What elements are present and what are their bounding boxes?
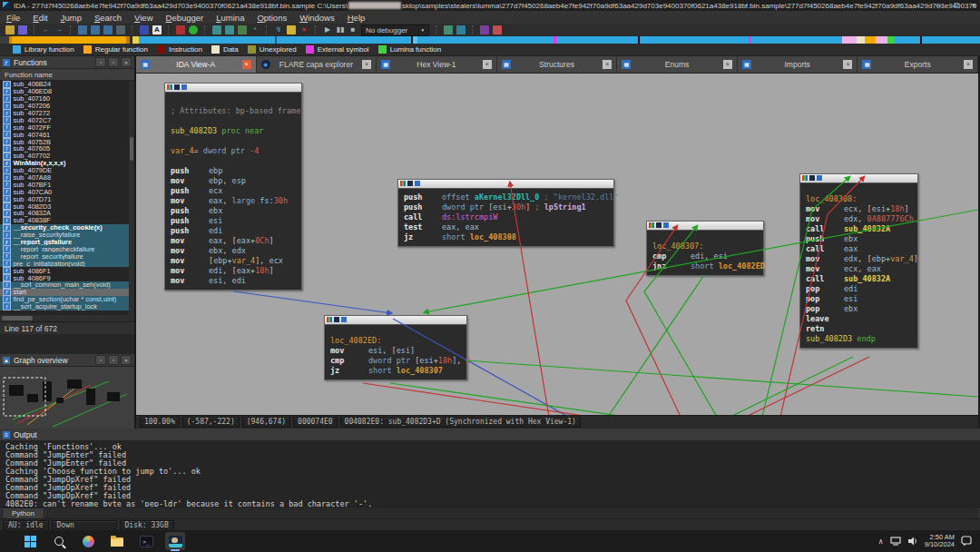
function-row[interactable]: fsub_407A88: [0, 174, 134, 182]
function-row[interactable]: fsub_407BF1: [0, 181, 134, 188]
volume-icon[interactable]: [907, 537, 918, 546]
function-row[interactable]: f__security_check_cookie(x): [0, 224, 134, 232]
output-log[interactable]: Caching 'Functions'... okCommand "JumpEn…: [0, 441, 980, 509]
function-row[interactable]: fstart: [0, 289, 134, 296]
debug-stop-icon[interactable]: ■: [348, 25, 358, 34]
debug-pause-icon[interactable]: ▮▮: [336, 25, 345, 34]
function-row[interactable]: fsub_407206: [0, 103, 134, 110]
panel-float-icon[interactable]: ▫: [108, 355, 119, 365]
debugger-select[interactable]: No debugger ▼: [361, 25, 429, 36]
function-row[interactable]: fsub_407CA0: [0, 188, 134, 195]
ida-taskbar-button[interactable]: [165, 532, 185, 550]
function-row[interactable]: fsub_407461: [0, 131, 134, 138]
function-row[interactable]: fsub_407D71: [0, 195, 134, 202]
tray-chevron-icon[interactable]: ∧: [878, 537, 884, 546]
python-cli-input[interactable]: [47, 508, 977, 519]
panel-splitter[interactable]: [0, 334, 134, 354]
function-row[interactable]: fsub_406B24: [0, 81, 134, 88]
network-icon[interactable]: [890, 537, 901, 546]
graph-view-canvas[interactable]: ; Attributes: bp-based frame sub_4082D3 …: [136, 74, 978, 415]
function-row[interactable]: fsub_407272: [0, 110, 134, 117]
maximize-button[interactable]: □: [954, 1, 958, 10]
panel-float-icon[interactable]: ▫: [108, 57, 119, 67]
tab-close-icon[interactable]: ×: [843, 60, 852, 69]
tab-close-icon[interactable]: ×: [362, 60, 371, 69]
tab-structures[interactable]: ▦Structures×: [497, 56, 618, 73]
function-row[interactable]: fsub_406ED8: [0, 88, 134, 95]
copilot-button[interactable]: [78, 532, 98, 550]
graph-node-loc-408307[interactable]: loc_408307:cmpedi, esijnzshort loc_4082E…: [646, 221, 764, 276]
function-row[interactable]: fsub_4086F9: [0, 274, 134, 281]
function-row[interactable]: fsub_4072FF: [0, 123, 134, 131]
open-file-icon[interactable]: [5, 25, 15, 34]
tab-close-icon[interactable]: ×: [242, 60, 251, 69]
jump-segment-icon[interactable]: [103, 25, 113, 34]
script-icon[interactable]: [225, 25, 234, 34]
function-row[interactable]: fsub_40838F: [0, 217, 134, 224]
notification-icon[interactable]: [961, 536, 973, 547]
menu-lumina[interactable]: Lumina: [210, 13, 250, 23]
debug-start-icon[interactable]: ▶: [323, 25, 332, 34]
close-button[interactable]: ×: [972, 1, 976, 10]
lumina-push-icon[interactable]: *: [250, 25, 260, 34]
text-search-icon[interactable]: A: [152, 25, 162, 34]
analysis-icon[interactable]: [238, 25, 247, 34]
function-row[interactable]: fsub_407605: [0, 145, 134, 153]
tab-enums[interactable]: ▦Enums×: [617, 56, 738, 73]
graph-node-loc-4082ed[interactable]: loc_4082ED:movesi, [esi]cmpdword ptr [es…: [324, 315, 467, 380]
decompile-icon[interactable]: ↯: [274, 25, 283, 34]
node-title-bar[interactable]: [325, 316, 466, 325]
menu-file[interactable]: File: [0, 13, 26, 23]
function-row[interactable]: fpre_c_initialization(void): [0, 260, 134, 267]
panel-restore-icon[interactable]: ▫: [95, 57, 106, 67]
function-row[interactable]: fsub_40832A: [0, 210, 134, 217]
save-icon[interactable]: [18, 25, 27, 34]
function-row[interactable]: fsub_4079DE: [0, 167, 134, 174]
taskbar-clock[interactable]: 2:50 AM 9/10/2024: [925, 534, 955, 548]
navigate-back-icon[interactable]: ←: [42, 25, 51, 34]
function-row[interactable]: fsub_40752B: [0, 138, 134, 145]
file-explorer-button[interactable]: [107, 532, 127, 550]
panel-close-icon[interactable]: ×: [121, 57, 132, 67]
function-row[interactable]: f__report_gsfailure: [0, 239, 134, 246]
menu-edit[interactable]: Edit: [26, 13, 54, 23]
edit-icon[interactable]: [287, 25, 296, 34]
function-row[interactable]: f__scrt_common_main_seh(void): [0, 281, 134, 289]
tab-close-icon[interactable]: ×: [723, 60, 732, 69]
node-title-bar[interactable]: [165, 84, 301, 93]
function-row[interactable]: ffind_pe_section(uchar * const,uint): [0, 296, 134, 303]
functions-column-header[interactable]: Function name: [0, 69, 134, 81]
function-row[interactable]: fsub_407702: [0, 153, 134, 160]
start-button[interactable]: [20, 532, 40, 550]
tab-exports[interactable]: ▦Exports×: [858, 56, 978, 73]
snapshot-icon[interactable]: [444, 25, 453, 34]
menu-jump[interactable]: Jump: [54, 13, 88, 23]
calc-icon[interactable]: [212, 25, 221, 34]
function-row[interactable]: fsub_4072C7: [0, 116, 134, 123]
function-row[interactable]: fsub_4082D3: [0, 202, 134, 210]
node-title-bar[interactable]: [800, 174, 917, 183]
graph-node-entry[interactable]: ; Attributes: bp-based frame sub_4082D3 …: [164, 83, 302, 291]
navigation-band[interactable]: [0, 36, 980, 44]
panel-close-icon[interactable]: ×: [121, 355, 132, 365]
menu-search[interactable]: Search: [88, 13, 128, 23]
graph-overview-minimap[interactable]: [0, 367, 134, 429]
graph-node-cmp-kernel32[interactable]: pushoffset aKernel32Dll_0 ; "kernel32.dl…: [397, 179, 614, 247]
plugins-icon[interactable]: [480, 25, 489, 34]
functions-horizontal-scrollbar[interactable]: [0, 315, 134, 321]
tab-imports[interactable]: ▦Imports×: [738, 56, 858, 73]
minimize-button[interactable]: –: [936, 1, 941, 10]
jump-address-icon[interactable]: [78, 25, 87, 34]
tab-hex-view-1[interactable]: ▦Hex View-1×: [377, 56, 497, 73]
function-row[interactable]: f__raise_securityfailure: [0, 232, 134, 239]
menu-view[interactable]: View: [128, 13, 159, 23]
breakpoint-icon[interactable]: [176, 25, 185, 34]
functions-vertical-scrollbar[interactable]: [129, 81, 134, 315]
panel-restore-icon[interactable]: ▫: [95, 355, 106, 365]
menu-options[interactable]: Options: [250, 13, 293, 23]
function-row[interactable]: f__report_securityfailure: [0, 252, 134, 260]
database-icon[interactable]: [456, 25, 466, 34]
menu-debugger[interactable]: Debugger: [160, 13, 211, 23]
tab-close-icon[interactable]: ×: [964, 60, 973, 69]
resume-icon[interactable]: [189, 25, 198, 34]
